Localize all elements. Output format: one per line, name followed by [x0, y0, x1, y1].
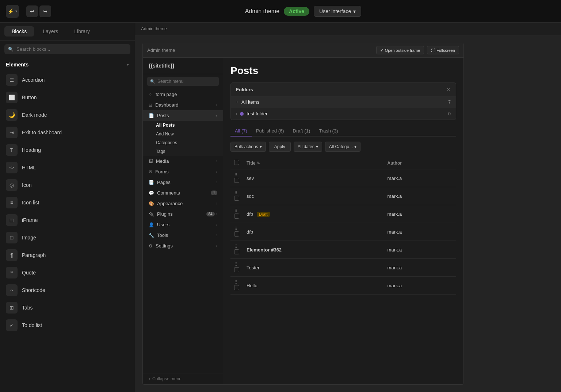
drag-handle-icon[interactable]: ⠿	[234, 262, 238, 267]
drag-handle-icon[interactable]: ⠿	[234, 190, 238, 196]
row-checkbox[interactable]	[234, 196, 239, 201]
nav-item-users[interactable]: 👤 Users ›	[143, 219, 223, 230]
nav-subitem-tags[interactable]: Tags	[156, 147, 223, 156]
media-icon: 🖼	[149, 159, 153, 164]
canvas-label: Admin theme	[135, 23, 561, 35]
drag-handle-icon[interactable]: ⠿	[234, 226, 238, 231]
tab-library[interactable]: Library	[67, 26, 97, 36]
folders-close-button[interactable]: ✕	[446, 87, 451, 92]
elements-collapse-icon[interactable]: ▾	[127, 62, 129, 67]
open-outside-frame-button[interactable]: ⤢ Open outside frame	[376, 46, 424, 54]
element-item-darkmode[interactable]: 🌙 Dark mode	[0, 106, 135, 124]
element-item-button[interactable]: ⬜ Button	[0, 89, 135, 106]
apply-button[interactable]: Apply	[269, 142, 291, 152]
sidebar-tabs: Blocks Layers Library	[0, 23, 135, 41]
nav-item-forms-label: Forms	[155, 169, 169, 174]
element-item-heading[interactable]: T Heading	[0, 141, 135, 159]
logo-icon: ⚡	[8, 8, 14, 14]
posts-icon: 📄	[149, 113, 154, 118]
row-title-dfb2[interactable]: dfb	[243, 223, 384, 241]
row-title-elementor[interactable]: Elementor #362	[243, 241, 384, 259]
bulk-actions-select[interactable]: Bulk actions ▾	[230, 142, 266, 152]
element-item-paragraph[interactable]: ¶ Paragraph	[0, 246, 135, 264]
search-icon: 🔍	[8, 47, 14, 52]
element-item-quote[interactable]: ❝ Quote	[0, 264, 135, 281]
all-categories-select[interactable]: All Catego... ▾	[325, 142, 360, 152]
nav-item-posts[interactable]: 📄 Posts ▾	[143, 110, 223, 121]
element-item-image[interactable]: □ Image	[0, 229, 135, 246]
row-title-dfb1[interactable]: dfb Draft	[243, 205, 384, 223]
row-title-sev[interactable]: sev	[243, 169, 384, 187]
redo-button[interactable]: ↪	[39, 5, 51, 17]
frame-actions: ⤢ Open outside frame ⛶ Fullscreen	[376, 46, 459, 54]
all-dates-arrow-icon: ▾	[316, 144, 318, 149]
plugins-icon: 🔌	[149, 212, 154, 217]
select-all-checkbox[interactable]	[234, 160, 239, 165]
row-title-tester[interactable]: Tester	[243, 259, 384, 277]
row-title-hello[interactable]: Hello	[243, 277, 384, 295]
nav-collapse-button[interactable]: ‹ Collapse menu	[143, 373, 223, 384]
tab-trash[interactable]: Trash (3)	[314, 126, 342, 137]
row-checkbox[interactable]	[234, 249, 239, 254]
element-label-exit-dashboard: Exit to dashboard	[22, 130, 62, 135]
nav-item-appearance[interactable]: 🎨 Appearance ›	[143, 198, 223, 209]
logo-button[interactable]: ⚡ ▾	[6, 5, 19, 18]
row-checkbox[interactable]	[234, 231, 239, 237]
nav-item-comments[interactable]: 💬 Comments 1	[143, 188, 223, 198]
drag-handle-icon[interactable]: ⠿	[234, 172, 238, 178]
fullscreen-button[interactable]: ⛶ Fullscreen	[427, 46, 459, 54]
nav-item-forms[interactable]: ✉ Forms ›	[143, 166, 223, 177]
tab-published[interactable]: Published (6)	[252, 126, 289, 137]
nav-item-plugins[interactable]: 🔌 Plugins 84 ›	[143, 209, 223, 219]
comments-icon: 💬	[149, 191, 154, 196]
undo-button[interactable]: ↩	[26, 5, 38, 17]
element-item-iconlist[interactable]: ≡ Icon list	[0, 194, 135, 211]
drag-handle-icon[interactable]: ⠿	[234, 280, 238, 285]
row-title-sdc[interactable]: sdc	[243, 187, 384, 205]
folder-item-testfolder[interactable]: › test folder 0	[231, 108, 456, 120]
nav-item-pages[interactable]: 📑 Pages ›	[143, 177, 223, 188]
tab-blocks[interactable]: Blocks	[4, 26, 34, 36]
user-interface-button[interactable]: User interface ▾	[314, 6, 361, 17]
element-item-accordion[interactable]: ☰ Accordion	[0, 71, 135, 89]
nav-media-arrow: ›	[216, 159, 217, 163]
nav-item-tools-label: Tools	[157, 232, 168, 238]
tab-all[interactable]: All (7)	[230, 126, 252, 137]
element-item-html[interactable]: <> HTML	[0, 159, 135, 176]
pages-icon: 📑	[149, 180, 154, 185]
element-item-todo[interactable]: ✓ To do list	[0, 316, 135, 334]
row-checkbox[interactable]	[234, 178, 239, 183]
search-input[interactable]	[16, 46, 127, 52]
row-checkbox[interactable]	[234, 214, 239, 219]
nav-subitem-allposts[interactable]: All Posts	[156, 121, 223, 130]
nav-search-input[interactable]	[157, 79, 216, 84]
th-title[interactable]: Title ⇅	[243, 157, 384, 169]
nav-item-settings[interactable]: ⚙ Settings ›	[143, 241, 223, 251]
table-row: ⠿ sev mark.a	[230, 169, 456, 187]
element-item-exit-dashboard[interactable]: ⇥ Exit to dashboard	[0, 124, 135, 141]
nav-subitem-addnew[interactable]: Add New	[156, 130, 223, 138]
admin-preview: {{sitetitle}} 🔍 ♡ form page	[143, 58, 463, 384]
nav-appearance-arrow: ›	[216, 201, 217, 205]
nav-item-tools[interactable]: 🔧 Tools ›	[143, 230, 223, 241]
element-item-tabs[interactable]: ⊞ Tabs	[0, 299, 135, 316]
nav-item-pages-label: Pages	[157, 180, 171, 185]
row-drag: ⠿	[230, 277, 243, 295]
nav-subitem-categories[interactable]: Categories	[156, 138, 223, 147]
drag-handle-icon[interactable]: ⠿	[234, 244, 238, 249]
folder-dot-icon	[240, 112, 244, 116]
element-item-icon[interactable]: ◎ Icon	[0, 176, 135, 194]
all-dates-select[interactable]: All dates ▾	[294, 142, 322, 152]
folder-item-allitems[interactable]: + All items 7	[231, 96, 456, 108]
drag-handle-icon[interactable]: ⠿	[234, 208, 238, 214]
row-checkbox[interactable]	[234, 285, 239, 290]
tab-layers[interactable]: Layers	[35, 26, 65, 36]
element-item-shortcode[interactable]: ‹› Shortcode	[0, 281, 135, 299]
nav-item-formpage[interactable]: ♡ form page	[143, 89, 223, 100]
nav-item-dashboard[interactable]: ⊟ Dashboard ›	[143, 100, 223, 110]
nav-item-media[interactable]: 🖼 Media ›	[143, 156, 223, 166]
tab-draft[interactable]: Draft (1)	[289, 126, 315, 137]
nav-users-arrow: ›	[216, 223, 217, 227]
element-item-iframe[interactable]: ◻ iFrame	[0, 211, 135, 229]
row-checkbox[interactable]	[234, 267, 239, 272]
